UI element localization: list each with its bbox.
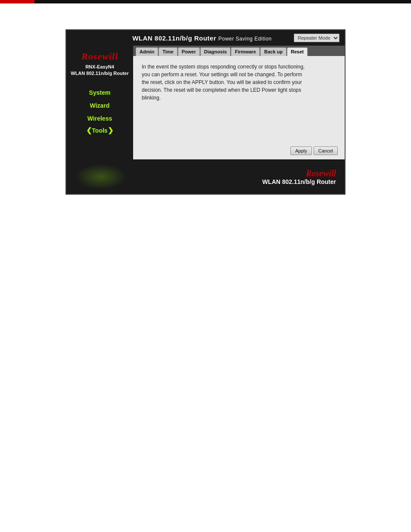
tab-power[interactable]: Power [178,47,200,56]
mode-select[interactable]: Repeater Mode [294,34,339,42]
footer-device-text: WLAN 802.11n/b/g Router [262,178,336,185]
router-header: WLAN 802.11n/b/g Router Power Saving Edi… [66,30,345,46]
router-body: Rosewill RNX-EasyN4 WLAN 802.11n/b/g Rou… [66,46,345,159]
tabs-bar: Admin Time Power Diagnosis Firmware Back… [133,46,345,56]
sidebar-item-tools[interactable]: ❮ Tools ❯ [86,127,113,134]
router-footer: Rosewill WLAN 802.11n/b/g Router [66,159,345,194]
tab-admin[interactable]: Admin [136,47,158,56]
main-content: Admin Time Power Diagnosis Firmware Back… [133,46,345,159]
reset-description: In the event the system stops responding… [142,63,305,102]
router-title: WLAN 802.11n/b/g Router Power Saving Edi… [110,34,294,42]
tab-time[interactable]: Time [159,47,177,56]
router-ui: WLAN 802.11n/b/g Router Power Saving Edi… [65,29,346,195]
footer-glow [75,164,127,190]
sidebar-item-wireless[interactable]: Wireless [66,114,133,123]
top-accent-bar [0,0,411,3]
footer-brand: Rosewill WLAN 802.11n/b/g Router [262,168,336,185]
tools-left-bracket: ❮ [86,127,92,134]
logo-area: Rosewill RNX-EasyN4 WLAN 802.11n/b/g Rou… [71,51,128,77]
content-area: In the event the system stops responding… [133,56,345,142]
tools-right-bracket: ❯ [108,127,113,134]
page-wrapper: WLAN 802.11n/b/g Router Power Saving Edi… [0,3,411,229]
sidebar-logo: Rosewill [71,51,128,62]
apply-button[interactable]: Apply [290,146,312,155]
sidebar-item-system[interactable]: System [66,88,133,97]
router-title-sub: Power Saving Edition [218,36,272,42]
top-bar-red [0,0,34,3]
sidebar: Rosewill RNX-EasyN4 WLAN 802.11n/b/g Rou… [66,46,133,159]
tab-reset[interactable]: Reset [287,47,308,56]
cancel-button[interactable]: Cancel [314,146,338,155]
tab-backup[interactable]: Back up [260,47,286,56]
button-bar: Apply Cancel [133,142,345,159]
sidebar-item-wizard[interactable]: Wizard [66,101,133,110]
sidebar-device-name: RNX-EasyN4 WLAN 802.11n/b/g Router [71,64,128,77]
tab-firmware[interactable]: Firmware [231,47,260,56]
router-title-main: WLAN 802.11n/b/g Router [132,34,216,42]
nav-links: System Wizard Wireless ❮ Tools ❯ [66,88,133,134]
footer-logo: Rosewill [262,168,336,178]
tab-diagnosis[interactable]: Diagnosis [200,47,231,56]
